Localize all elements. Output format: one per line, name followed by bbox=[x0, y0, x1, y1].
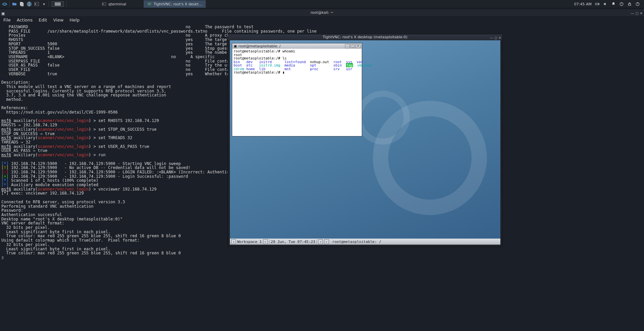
remote-panel: ◂ Workspace 1 ▸ 29 Jun, Tue 07:45:23 ◂ ▸… bbox=[230, 239, 500, 245]
svg-rect-4 bbox=[102, 2, 106, 5]
menu-bar: File Actions Edit View Help bbox=[0, 16, 644, 24]
clock[interactable]: 07:45 AM bbox=[574, 2, 592, 6]
menu-help[interactable]: Help bbox=[69, 17, 80, 23]
terminal-icon bbox=[102, 2, 106, 6]
volume-icon[interactable] bbox=[603, 2, 608, 6]
xterm-title: root@metasploitable: / bbox=[238, 44, 281, 48]
lock-icon[interactable] bbox=[627, 2, 632, 6]
chevron-down-icon[interactable]: ▾ bbox=[41, 1, 47, 7]
svg-rect-5 bbox=[148, 3, 151, 5]
globe-icon[interactable] bbox=[26, 1, 33, 7]
window-titlebar[interactable]: ▣ root@kali: ~ — ▢ ✕ bbox=[0, 9, 644, 16]
menu-view[interactable]: View bbox=[53, 17, 63, 23]
vnc-icon bbox=[147, 2, 152, 6]
close-button[interactable]: ✕ bbox=[356, 44, 360, 48]
svg-rect-10 bbox=[629, 4, 631, 5]
svg-rect-7 bbox=[596, 3, 599, 5]
task-label: qterminal bbox=[108, 2, 126, 6]
bell-icon[interactable] bbox=[611, 2, 616, 6]
window-title: root@kali: ~ bbox=[310, 10, 334, 15]
taskbar: ▾ qterminal TightVNC: root's X deskt… 07… bbox=[0, 0, 644, 8]
system-tray: 07:45 AM bbox=[574, 2, 643, 6]
panel-workspace[interactable]: Workspace 1 bbox=[237, 240, 262, 244]
maximize-button[interactable]: ▢ bbox=[635, 10, 638, 17]
vnc-titlebar[interactable]: TightVNC: root's X desktop (metasploitab… bbox=[228, 34, 502, 40]
menu-edit[interactable]: Edit bbox=[39, 17, 47, 23]
terminal-icon[interactable] bbox=[33, 1, 40, 7]
svg-rect-6 bbox=[149, 5, 150, 6]
remote-xterm[interactable]: ▣ root@metasploitable: / — ▢ ✕ root@meta… bbox=[232, 43, 362, 136]
terminal-icon: ▣ bbox=[1, 10, 5, 17]
files-icon[interactable] bbox=[18, 1, 25, 7]
debian-swirl-icon bbox=[356, 91, 410, 144]
menu-file[interactable]: File bbox=[3, 17, 11, 23]
menu-actions[interactable]: Actions bbox=[17, 17, 33, 23]
svg-rect-1 bbox=[21, 3, 23, 6]
panel-task[interactable]: root@metasploitable: / bbox=[332, 240, 381, 244]
panel-prev-button[interactable]: ◂ bbox=[318, 239, 323, 244]
panel-date[interactable]: 29 Jun, Tue 07:45:23 bbox=[271, 240, 315, 244]
close-button[interactable]: ✕ bbox=[640, 10, 643, 17]
minimize-button[interactable]: — bbox=[345, 44, 350, 48]
remote-desktop[interactable]: ▣ root@metasploitable: / — ▢ ✕ root@meta… bbox=[230, 40, 500, 245]
minimize-button[interactable]: — bbox=[631, 10, 634, 17]
task-tightvnc[interactable]: TightVNC: root's X deskt… bbox=[144, 0, 206, 8]
svg-rect-8 bbox=[599, 4, 599, 4]
vnc-window[interactable]: TightVNC: root's X desktop (metasploitab… bbox=[228, 34, 503, 247]
panel-next-button[interactable]: ▸ bbox=[324, 239, 329, 244]
shutdown-icon[interactable] bbox=[635, 2, 640, 6]
folder-icon[interactable] bbox=[11, 1, 18, 7]
power-icon[interactable] bbox=[619, 2, 624, 6]
task-label: TightVNC: root's X deskt… bbox=[154, 2, 202, 6]
panel-prev-button[interactable]: ◂ bbox=[231, 239, 236, 244]
maximize-button[interactable]: ▢ bbox=[350, 44, 355, 48]
workspace-pager[interactable] bbox=[52, 1, 64, 7]
panel-next-button[interactable]: ▸ bbox=[263, 239, 268, 244]
terminal-icon: ▣ bbox=[234, 44, 237, 48]
svg-rect-3 bbox=[34, 2, 39, 6]
vnc-window-title: TightVNC: root's X desktop (metasploitab… bbox=[323, 35, 407, 39]
task-qterminal[interactable]: qterminal bbox=[98, 0, 130, 8]
xterm-titlebar[interactable]: ▣ root@metasploitable: / — ▢ ✕ bbox=[232, 43, 362, 49]
xterm-output[interactable]: root@metasploitable:/# whoami root root@… bbox=[232, 49, 362, 136]
battery-icon[interactable] bbox=[595, 2, 600, 6]
kali-logo-icon[interactable] bbox=[1, 1, 8, 7]
